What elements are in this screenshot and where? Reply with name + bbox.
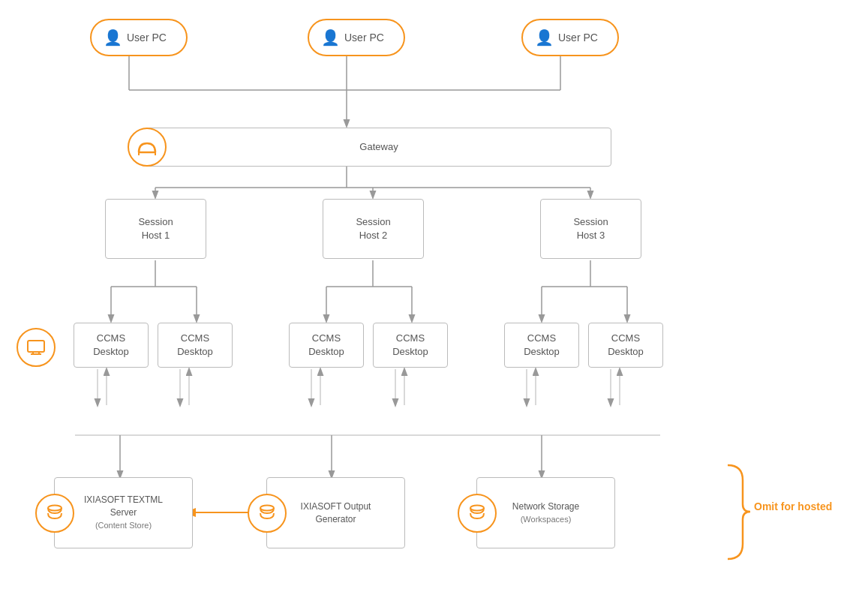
ccms-desktop-5-label: CCMSDesktop <box>524 332 560 359</box>
ccms-desktop-2: CCMSDesktop <box>158 323 233 368</box>
user-pc-3-person-icon: 👤 <box>535 29 554 47</box>
network-storage-box: Network Storage(Workspaces) <box>476 477 615 548</box>
textml-server-box: IXIASOFT TEXTMLServer(Content Store) <box>54 477 193 548</box>
user-pc-2: 👤 User PC <box>308 19 405 56</box>
monitor-icon <box>27 340 45 355</box>
output-generator-label: IXIASOFT OutputGenerator <box>301 500 371 526</box>
ccms-desktop-6: CCMSDesktop <box>588 323 663 368</box>
user-pc-1-person-icon: 👤 <box>104 29 122 47</box>
user-pc-1: 👤 User PC <box>90 19 188 56</box>
svg-point-46 <box>48 505 62 510</box>
session-host-2: SessionHost 2 <box>323 199 424 259</box>
ccms-desktop-1: CCMSDesktop <box>74 323 149 368</box>
session-host-2-label: SessionHost 2 <box>356 215 390 242</box>
omit-label: Omit for hosted <box>754 500 832 512</box>
ccms-desktop-6-label: CCMSDesktop <box>608 332 644 359</box>
monitor-icon-circle <box>17 328 56 367</box>
network-storage-label: Network Storage(Workspaces) <box>512 500 579 526</box>
ccms-desktop-3: CCMSDesktop <box>289 323 364 368</box>
omit-brace <box>720 461 750 563</box>
session-host-1: SessionHost 1 <box>105 199 206 259</box>
svg-rect-42 <box>28 341 44 352</box>
textml-label: IXIASOFT TEXTMLServer(Content Store) <box>84 494 163 531</box>
user-pc-3: 👤 User PC <box>521 19 619 56</box>
svg-point-48 <box>470 505 484 510</box>
user-pc-1-label: User PC <box>127 32 167 44</box>
user-pc-2-label: User PC <box>344 32 384 44</box>
output-db-icon <box>258 504 276 522</box>
gateway-bridge-icon <box>137 139 157 155</box>
svg-point-47 <box>260 505 274 510</box>
ccms-desktop-2-label: CCMSDesktop <box>177 332 213 359</box>
session-host-3: SessionHost 3 <box>540 199 641 259</box>
user-pc-2-person-icon: 👤 <box>321 29 340 47</box>
diagram: 👤 User PC 👤 User PC 👤 User PC Gateway Se… <box>0 0 868 601</box>
ccms-desktop-5: CCMSDesktop <box>504 323 579 368</box>
user-pc-3-label: User PC <box>558 32 598 44</box>
output-generator-box: IXIASOFT OutputGenerator <box>266 477 405 548</box>
ccms-desktop-4-label: CCMSDesktop <box>392 332 428 359</box>
ccms-desktop-4: CCMSDesktop <box>373 323 448 368</box>
ccms-desktop-1-label: CCMSDesktop <box>93 332 129 359</box>
session-host-3-label: SessionHost 3 <box>573 215 608 242</box>
session-host-1-label: SessionHost 1 <box>138 215 173 242</box>
network-db-icon <box>468 504 486 522</box>
gateway-box: Gateway <box>146 128 611 167</box>
gateway-label: Gateway <box>359 140 398 154</box>
textml-db-icon <box>46 504 64 522</box>
ccms-desktop-3-label: CCMSDesktop <box>308 332 344 359</box>
